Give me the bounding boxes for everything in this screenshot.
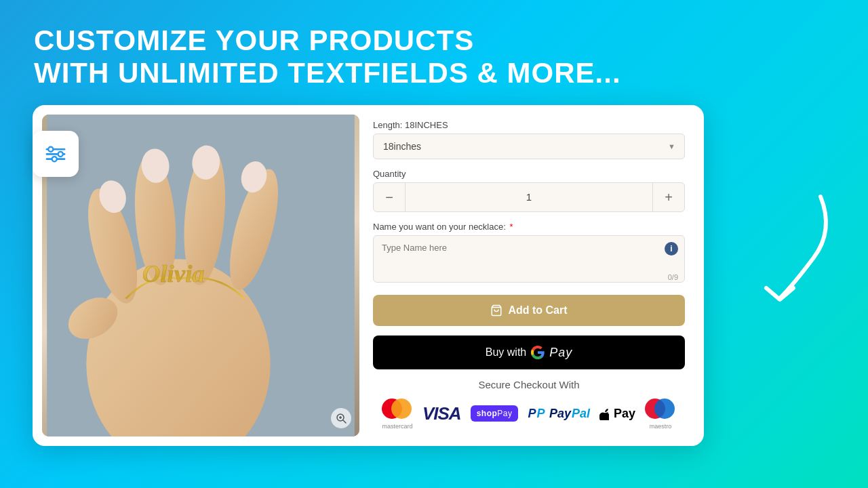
required-indicator: *	[509, 222, 513, 232]
filter-icon	[43, 142, 68, 166]
filter-widget[interactable]	[33, 131, 79, 177]
arrow-decoration	[760, 190, 841, 312]
quantity-plus-button[interactable]: +	[653, 183, 684, 211]
mastercard-icon	[382, 399, 413, 420]
svg-point-3	[48, 147, 53, 152]
paypal-payment-icon: PP PayPal	[528, 401, 590, 426]
applepay-icon: Pay	[599, 407, 635, 421]
length-section: Length: 18INCHES 16inches 18inches 20inc…	[373, 120, 685, 159]
char-count: 0/9	[668, 273, 678, 281]
buy-with-gpay-button[interactable]: Buy with Pay	[373, 336, 685, 369]
name-input-wrapper: i 0/9	[373, 235, 685, 285]
buy-with-label: Buy with	[486, 346, 526, 359]
product-card: Olivia Length: 18INCHES 16inches 18inche…	[33, 105, 704, 446]
gpay-label: Pay	[549, 346, 572, 360]
mastercard-label: mastercard	[382, 423, 412, 430]
header-line2: WITH UNLIMITED TEXTFIELDS & MORE...	[34, 57, 621, 89]
shoppay-payment-icon: shopPay	[471, 401, 519, 426]
quantity-control: − 1 +	[373, 182, 685, 212]
quantity-value: 1	[405, 183, 653, 211]
product-details: Length: 18INCHES 16inches 18inches 20inc…	[359, 115, 694, 436]
add-to-cart-label: Add to Cart	[508, 304, 567, 317]
necklace-illustration: Olivia	[42, 115, 359, 436]
name-section: Name you want on your necklace: * i 0/9	[373, 222, 685, 285]
secure-checkout-title: Secure Checkout With	[373, 379, 685, 390]
applepay-payment-icon: Pay	[599, 401, 635, 426]
cart-icon	[490, 304, 502, 317]
product-image-container: Olivia	[42, 115, 359, 436]
svg-point-4	[58, 152, 63, 157]
info-icon[interactable]: i	[665, 242, 678, 256]
quantity-section: Quantity − 1 +	[373, 169, 685, 212]
name-input[interactable]	[373, 235, 685, 283]
svg-line-19	[343, 420, 346, 423]
name-label: Name you want on your necklace: *	[373, 222, 685, 232]
paypal-icon: PP PayPal	[528, 407, 590, 421]
add-to-cart-button[interactable]: Add to Cart	[373, 295, 685, 326]
svg-point-5	[52, 157, 57, 161]
length-label: Length: 18INCHES	[373, 120, 685, 130]
maestro-label: maestro	[650, 423, 672, 430]
visa-payment-icon: VISA	[422, 401, 461, 426]
google-g-icon	[530, 345, 545, 360]
svg-text:Olivia: Olivia	[142, 260, 205, 287]
mastercard-payment-icon: mastercard	[382, 397, 413, 430]
quantity-minus-button[interactable]: −	[374, 183, 405, 211]
shoppay-icon: shopPay	[471, 405, 519, 422]
length-select-wrapper: 16inches 18inches 20inches 22inches	[373, 134, 685, 159]
length-select[interactable]: 16inches 18inches 20inches 22inches	[373, 134, 685, 159]
header-section: CUSTOMIZE YOUR PRODUCTS WITH UNLIMITED T…	[0, 0, 868, 90]
header-line1: CUSTOMIZE YOUR PRODUCTS	[34, 24, 474, 56]
maestro-icon	[645, 399, 676, 420]
maestro-payment-icon: maestro	[645, 397, 676, 430]
payment-icons-row: mastercard VISA shopPay	[373, 397, 685, 430]
secure-checkout-section: Secure Checkout With mastercard VISA	[373, 379, 685, 430]
zoom-button[interactable]	[331, 408, 351, 428]
product-image: Olivia	[42, 115, 359, 436]
quantity-label: Quantity	[373, 169, 685, 179]
visa-icon: VISA	[422, 403, 461, 424]
